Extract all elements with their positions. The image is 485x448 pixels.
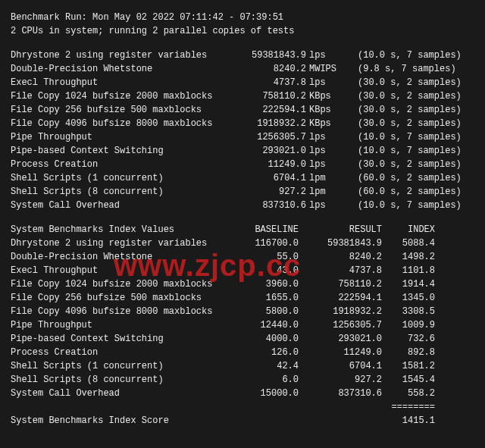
result-paren: (30.0 s, 2 samples) <box>347 76 471 89</box>
score-separator-row: ======== <box>11 400 474 414</box>
index-result: 11249.0 <box>299 346 382 359</box>
index-name: Shell Scripts (8 concurrent) <box>11 373 238 387</box>
result-value: 1256305.7 <box>238 130 306 144</box>
result-unit: lps <box>306 199 347 212</box>
result-name: File Copy 1024 bufsize 2000 maxblocks <box>11 89 238 103</box>
result-name: Process Creation <box>11 158 238 171</box>
result-row: Pipe-based Context Switching293021.0lps(… <box>11 144 474 158</box>
index-name: File Copy 256 bufsize 500 maxblocks <box>11 291 238 305</box>
index-index: 1581.2 <box>382 359 435 373</box>
result-name: Dhrystone 2 using register variables <box>11 49 238 62</box>
index-baseline: 15000.0 <box>238 387 299 400</box>
index-table: Dhrystone 2 using register variables1167… <box>11 237 474 400</box>
index-baseline: 116700.0 <box>238 237 299 250</box>
result-unit: lps <box>306 130 347 144</box>
index-name: Pipe Throughput <box>11 318 238 332</box>
index-name: Execl Throughput <box>11 264 238 277</box>
result-name: Pipe-based Context Switching <box>11 144 238 158</box>
index-baseline: 3960.0 <box>238 277 299 291</box>
result-paren: (10.0 s, 7 samples) <box>347 144 471 158</box>
result-name: Shell Scripts (1 concurrent) <box>11 171 238 185</box>
index-row: Dhrystone 2 using register variables1167… <box>11 237 474 250</box>
index-name: File Copy 4096 bufsize 8000 maxblocks <box>11 305 238 318</box>
index-name: Process Creation <box>11 346 238 359</box>
index-result: 8240.2 <box>299 250 382 264</box>
index-result: 222594.1 <box>299 291 382 305</box>
header-line-2: 2 CPUs in system; running 2 parallel cop… <box>11 24 474 38</box>
result-row: File Copy 4096 bufsize 8000 maxblocks191… <box>11 117 474 130</box>
result-paren: (30.0 s, 2 samples) <box>347 117 471 130</box>
index-index: 1101.8 <box>382 264 435 277</box>
result-row: Shell Scripts (8 concurrent)927.2lpm(60.… <box>11 185 474 199</box>
index-index: 5088.4 <box>382 237 435 250</box>
result-row: File Copy 256 bufsize 500 maxblocks22259… <box>11 103 474 117</box>
result-value: 837310.6 <box>238 199 306 212</box>
score-row: System Benchmarks Index Score 1415.1 <box>11 414 474 428</box>
result-unit: lps <box>306 76 347 89</box>
result-unit: lpm <box>306 171 347 185</box>
index-name: System Call Overhead <box>11 387 238 400</box>
index-baseline: 55.0 <box>238 250 299 264</box>
index-name: File Copy 1024 bufsize 2000 maxblocks <box>11 277 238 291</box>
result-name: File Copy 256 bufsize 500 maxblocks <box>11 103 238 117</box>
index-name: Double-Precision Whetstone <box>11 250 238 264</box>
result-value: 8240.2 <box>238 62 306 76</box>
score-separator: ======== <box>382 400 435 414</box>
result-name: System Call Overhead <box>11 199 238 212</box>
result-paren: (10.0 s, 7 samples) <box>347 130 471 144</box>
index-result: 59381843.9 <box>299 237 382 250</box>
result-unit: lps <box>306 144 347 158</box>
result-value: 758110.2 <box>238 89 306 103</box>
index-baseline: 4000.0 <box>238 332 299 346</box>
index-header-result: RESULT <box>299 223 382 237</box>
result-value: 6704.1 <box>238 171 306 185</box>
index-index: 732.6 <box>382 332 435 346</box>
score-value: 1415.1 <box>382 414 435 428</box>
result-name: File Copy 4096 bufsize 8000 maxblocks <box>11 117 238 130</box>
result-paren: (30.0 s, 2 samples) <box>347 89 471 103</box>
index-result: 758110.2 <box>299 277 382 291</box>
index-row: Pipe Throughput12440.01256305.71009.9 <box>11 318 474 332</box>
result-unit: KBps <box>306 89 347 103</box>
result-unit: lpm <box>306 185 347 199</box>
index-header-title: System Benchmarks Index Values <box>11 223 238 237</box>
result-value: 222594.1 <box>238 103 306 117</box>
index-result: 927.2 <box>299 373 382 387</box>
score-label: System Benchmarks Index Score <box>11 414 238 428</box>
result-paren: (9.8 s, 7 samples) <box>347 62 471 76</box>
index-index: 1545.4 <box>382 373 435 387</box>
index-baseline: 126.0 <box>238 346 299 359</box>
result-name: Execl Throughput <box>11 76 238 89</box>
result-value: 4737.8 <box>238 76 306 89</box>
index-baseline: 42.4 <box>238 359 299 373</box>
index-row: Pipe-based Context Switching4000.0293021… <box>11 332 474 346</box>
index-result: 1918932.2 <box>299 305 382 318</box>
index-row: File Copy 1024 bufsize 2000 maxblocks396… <box>11 277 474 291</box>
index-result: 1256305.7 <box>299 318 382 332</box>
result-row: Shell Scripts (1 concurrent)6704.1lpm(60… <box>11 171 474 185</box>
result-value: 11249.0 <box>238 158 306 171</box>
index-index: 558.2 <box>382 387 435 400</box>
index-row: File Copy 4096 bufsize 8000 maxblocks580… <box>11 305 474 318</box>
result-name: Shell Scripts (8 concurrent) <box>11 185 238 199</box>
result-row: File Copy 1024 bufsize 2000 maxblocks758… <box>11 89 474 103</box>
result-name: Double-Precision Whetstone <box>11 62 238 76</box>
result-row: Double-Precision Whetstone8240.2MWIPS(9.… <box>11 62 474 76</box>
index-name: Dhrystone 2 using register variables <box>11 237 238 250</box>
index-baseline: 6.0 <box>238 373 299 387</box>
result-paren: (10.0 s, 7 samples) <box>347 199 471 212</box>
result-value: 293021.0 <box>238 144 306 158</box>
index-name: Shell Scripts (1 concurrent) <box>11 359 238 373</box>
results-table: Dhrystone 2 using register variables5938… <box>11 49 474 212</box>
result-paren: (60.0 s, 2 samples) <box>347 185 471 199</box>
index-row: Shell Scripts (8 concurrent)6.0927.21545… <box>11 373 474 387</box>
index-header-index: INDEX <box>382 223 435 237</box>
index-baseline: 12440.0 <box>238 318 299 332</box>
index-row: Double-Precision Whetstone55.08240.21498… <box>11 250 474 264</box>
index-index: 1914.4 <box>382 277 435 291</box>
result-unit: MWIPS <box>306 62 347 76</box>
index-baseline: 1655.0 <box>238 291 299 305</box>
result-row: Dhrystone 2 using register variables5938… <box>11 49 474 62</box>
index-row: File Copy 256 bufsize 500 maxblocks1655.… <box>11 291 474 305</box>
result-unit: KBps <box>306 103 347 117</box>
